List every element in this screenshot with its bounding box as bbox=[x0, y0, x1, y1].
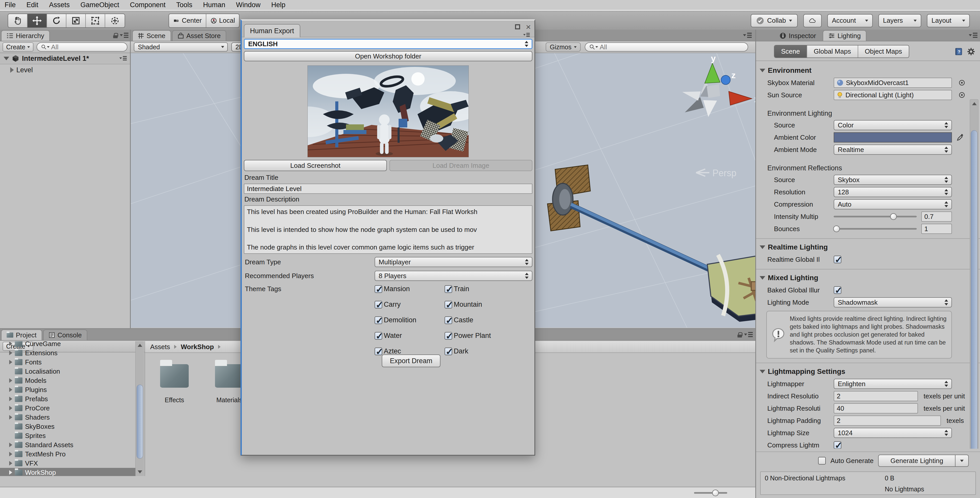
breadcrumb-assets[interactable]: Assets bbox=[150, 343, 170, 351]
realtime-gi-checkbox[interactable] bbox=[834, 256, 842, 263]
menu-window[interactable]: Window bbox=[236, 1, 261, 9]
tree-scrollbar-thumb[interactable] bbox=[137, 385, 143, 459]
mixed-foldout-arrow[interactable] bbox=[760, 276, 765, 280]
env-source-dropdown[interactable]: Color bbox=[834, 120, 952, 130]
tag-castle[interactable]: Castle bbox=[445, 316, 514, 324]
lightmap-size-dropdown[interactable]: 1024 bbox=[834, 428, 952, 438]
move-tool-button[interactable] bbox=[27, 14, 47, 27]
tree-item-curvegame[interactable]: CurveGame bbox=[0, 341, 135, 348]
scene-search-input[interactable] bbox=[600, 43, 743, 51]
pivot-toggle-button[interactable]: Center bbox=[169, 14, 206, 27]
menu-edit[interactable]: Edit bbox=[27, 1, 38, 9]
intensity-slider-knob[interactable] bbox=[890, 213, 897, 220]
tab-object-maps[interactable]: Object Maps bbox=[858, 45, 909, 57]
menu-file[interactable]: File bbox=[5, 1, 16, 9]
hierarchy-panel-menu-icon[interactable] bbox=[120, 32, 129, 39]
auto-generate-checkbox[interactable] bbox=[818, 457, 826, 465]
tab-asset-store[interactable]: Asset Store bbox=[172, 30, 226, 41]
skybox-material-field[interactable]: SkyboxMidOvercast1 bbox=[834, 78, 952, 88]
rotate-tool-button[interactable] bbox=[47, 14, 67, 27]
gizmos-dropdown[interactable]: Gizmos bbox=[546, 42, 581, 52]
sun-object-picker-icon[interactable] bbox=[959, 92, 965, 98]
hierarchy-create-button[interactable]: Create bbox=[3, 42, 33, 52]
tab-scene[interactable]: Scene bbox=[132, 30, 171, 41]
tab-lighting[interactable]: Lighting bbox=[823, 30, 866, 41]
scene-foldout-arrow[interactable] bbox=[3, 57, 9, 60]
section-environment[interactable]: Environment bbox=[756, 65, 980, 76]
hand-tool-button[interactable] bbox=[8, 14, 27, 27]
tab-hierarchy[interactable]: Hierarchy bbox=[1, 30, 50, 41]
dream-description-textarea[interactable]: This level has been created using ProBui… bbox=[244, 205, 532, 254]
layout-button[interactable]: Layout bbox=[927, 14, 970, 27]
asset-zoom-knob[interactable] bbox=[712, 490, 719, 496]
recommended-players-dropdown[interactable]: 8 Players bbox=[375, 271, 532, 281]
baked-gi-checkbox[interactable] bbox=[834, 286, 842, 294]
rotation-toggle-button[interactable]: Local bbox=[206, 14, 239, 27]
tab-lighting-scene[interactable]: Scene bbox=[775, 45, 807, 57]
tree-item-textmesh-pro[interactable]: TextMesh Pro bbox=[0, 449, 135, 459]
intensity-slider[interactable] bbox=[834, 216, 917, 217]
tree-scroll-up-icon[interactable] bbox=[138, 344, 142, 347]
sun-source-field[interactable]: Directional Light (Light) bbox=[834, 90, 952, 100]
tag-mansion[interactable]: Mansion bbox=[375, 285, 445, 293]
scene-search-field[interactable] bbox=[585, 42, 748, 52]
intensity-value-field[interactable]: 0.7 bbox=[921, 212, 952, 222]
language-dropdown[interactable]: ENGLISH bbox=[244, 39, 532, 49]
tag-carry[interactable]: Carry bbox=[375, 301, 445, 309]
lighting-scroll-up-icon[interactable] bbox=[972, 102, 977, 105]
tree-item-workshop[interactable]: WorkShop bbox=[0, 468, 135, 476]
rect-tool-button[interactable] bbox=[86, 14, 105, 27]
tree-item-skyboxes[interactable]: SkyBoxes bbox=[0, 422, 135, 431]
lighting-panel-menu-icon[interactable] bbox=[969, 32, 977, 39]
hierarchy-search-input[interactable] bbox=[51, 43, 123, 51]
dream-type-dropdown[interactable]: Multiplayer bbox=[375, 257, 532, 267]
environment-foldout-arrow[interactable] bbox=[760, 69, 765, 72]
tag-mountain[interactable]: Mountain bbox=[445, 301, 514, 309]
ambient-mode-dropdown[interactable]: Realtime bbox=[834, 145, 952, 155]
tree-item-extensions[interactable]: Extensions bbox=[0, 348, 135, 358]
layers-button[interactable]: Layers bbox=[878, 14, 921, 27]
tab-project[interactable]: Project bbox=[1, 329, 42, 340]
compress-lightmaps-checkbox[interactable] bbox=[834, 441, 842, 449]
dialog-title-bar[interactable]: Human Export × bbox=[242, 21, 535, 37]
eyedropper-icon[interactable] bbox=[956, 134, 964, 141]
tag-dark[interactable]: Dark bbox=[445, 347, 514, 355]
tree-item-plugins[interactable]: Plugins bbox=[0, 385, 135, 394]
menu-human[interactable]: Human bbox=[203, 1, 225, 9]
load-screenshot-button[interactable]: Load Screenshot bbox=[244, 160, 387, 171]
bounces-slider[interactable] bbox=[834, 228, 917, 229]
tab-global-maps[interactable]: Global Maps bbox=[807, 45, 858, 57]
tab-console[interactable]: Console bbox=[43, 329, 88, 340]
axis-y-label[interactable]: y bbox=[711, 53, 716, 63]
tree-item-procore[interactable]: ProCore bbox=[0, 404, 135, 413]
skybox-object-picker-icon[interactable] bbox=[959, 80, 965, 86]
tag-train[interactable]: Train bbox=[445, 285, 514, 293]
menu-help[interactable]: Help bbox=[271, 1, 285, 9]
tree-item-vfx[interactable]: VFX bbox=[0, 459, 135, 468]
tree-item-fonts[interactable]: Fonts bbox=[0, 358, 135, 367]
lightmapping-foldout-arrow[interactable] bbox=[760, 370, 765, 373]
tree-scrollbar[interactable] bbox=[135, 341, 144, 476]
scene-row-menu-icon[interactable] bbox=[119, 56, 127, 61]
tree-item-sprites[interactable]: Sprites bbox=[0, 431, 135, 440]
lightmap-resolution-field[interactable]: 40 bbox=[834, 403, 918, 414]
dialog-tab[interactable]: Human Export bbox=[244, 24, 300, 37]
asset-zoom-slider[interactable] bbox=[694, 492, 727, 494]
level-foldout-arrow[interactable] bbox=[10, 67, 14, 73]
lightmapper-dropdown[interactable]: Enlighten bbox=[834, 379, 952, 389]
maximize-icon[interactable] bbox=[515, 24, 520, 29]
axis-z-label[interactable]: z bbox=[731, 70, 736, 80]
menu-component[interactable]: Component bbox=[130, 1, 166, 9]
resolution-dropdown[interactable]: 128 bbox=[834, 187, 952, 197]
lighting-scrollbar[interactable] bbox=[970, 99, 978, 449]
indirect-resolution-field[interactable]: 2 bbox=[834, 391, 918, 401]
refl-source-dropdown[interactable]: Skybox bbox=[834, 175, 952, 185]
realtime-foldout-arrow[interactable] bbox=[760, 245, 765, 249]
help-book-icon[interactable]: ? bbox=[955, 47, 963, 56]
menu-tools[interactable]: Tools bbox=[176, 1, 192, 9]
shading-mode-dropdown[interactable]: Shaded bbox=[134, 42, 228, 52]
tree-scroll-down-icon[interactable] bbox=[138, 471, 142, 474]
project-panel-menu-icon[interactable] bbox=[744, 331, 753, 338]
hierarchy-search-field[interactable] bbox=[37, 42, 127, 52]
tag-power-plant[interactable]: Power Plant bbox=[445, 332, 514, 340]
